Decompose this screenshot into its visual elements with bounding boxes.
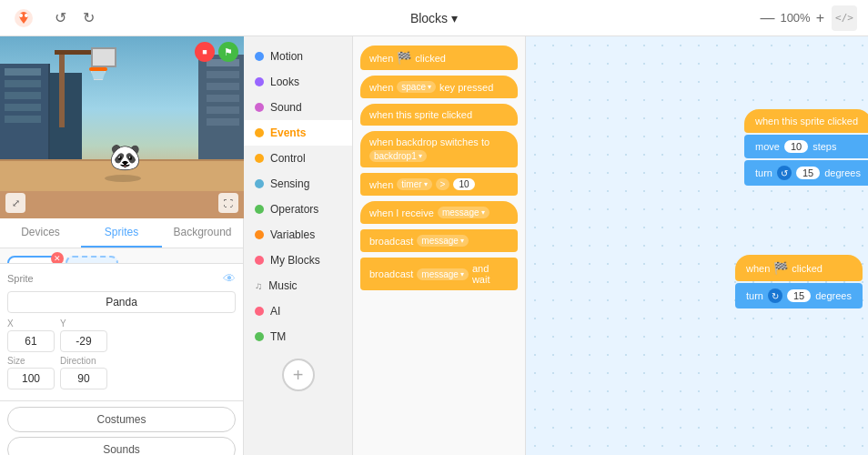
looks-label: Looks [270, 76, 299, 88]
main-area: 🐼 ■ ⚑ ⛶ ⤢ Devices Sprites Background [0, 36, 868, 455]
stage-panel: 🐼 ■ ⚑ ⛶ ⤢ Devices Sprites Background [0, 36, 244, 455]
sprites-list-panel: ✕ 🐼 Panda + [0, 248, 243, 263]
tab-devices[interactable]: Devices [0, 218, 81, 248]
toolbar: ↺ ↻ Blocks ▾ — 100% + </> [0, 0, 868, 36]
tm-label: TM [270, 330, 286, 343]
category-control[interactable]: Control [244, 146, 352, 171]
tab-sprites[interactable]: Sprites [81, 218, 162, 248]
control-dot [255, 154, 264, 163]
category-ai[interactable]: AI [244, 298, 352, 324]
motion-dot [255, 52, 264, 61]
block-when-flag-clicked[interactable]: when 🏁 clicked [360, 46, 518, 70]
music-note-icon: ♫ [255, 280, 262, 291]
zoom-controls: — 100% + [760, 10, 824, 26]
toolbar-center: Blocks ▾ [403, 7, 465, 29]
category-sensing[interactable]: Sensing [244, 171, 352, 197]
category-operators[interactable]: Operators [244, 197, 352, 222]
ai-label: AI [270, 305, 280, 318]
sound-label: Sound [270, 101, 302, 114]
undo-redo-group: ↺ ↻ [49, 7, 100, 28]
sprite-properties: Sprite 👁 X Y Size [0, 263, 243, 400]
script-stack-2: when 🏁 clicked turn ↻ 15 degrees [735, 255, 863, 308]
green-flag-button[interactable]: ⚑ [218, 42, 238, 62]
toolbar-right: — 100% + </> [760, 5, 857, 31]
x-field: X [7, 318, 55, 352]
visibility-toggle[interactable]: 👁 [223, 271, 236, 286]
ai-dot [255, 307, 264, 316]
block-when-sprite-clicked[interactable]: when this sprite clicked [360, 104, 518, 126]
stop-button[interactable]: ■ [195, 42, 215, 62]
size-input[interactable] [7, 368, 55, 389]
category-variables[interactable]: Variables [244, 222, 352, 248]
block-broadcast[interactable]: broadcast message ▾ [360, 229, 518, 252]
undo-button[interactable]: ↺ [49, 7, 72, 28]
y-label: Y [60, 318, 107, 329]
myblocks-dot [255, 256, 264, 265]
category-events[interactable]: Events [244, 120, 352, 146]
category-music[interactable]: ♫ Music [244, 273, 352, 298]
operators-dot [255, 205, 264, 214]
y-input[interactable] [60, 330, 107, 352]
control-label: Control [270, 152, 306, 165]
sound-dot [255, 103, 264, 112]
sprite-label: Sprite [7, 273, 34, 284]
expand-button[interactable]: ⤢ [5, 193, 25, 213]
size-label: Size [7, 356, 55, 366]
direction-label: Direction [60, 356, 107, 366]
add-block-button[interactable]: + [282, 359, 315, 391]
sounds-button[interactable]: Sounds [7, 437, 236, 455]
category-motion[interactable]: Motion [244, 44, 352, 69]
fullscreen-button[interactable]: ⛶ [218, 193, 238, 213]
myblocks-label: My Blocks [270, 254, 320, 267]
sprite-delete-button[interactable]: ✕ [51, 252, 64, 263]
sprite-props-header: Sprite 👁 [7, 271, 236, 286]
zoom-out-button[interactable]: — [760, 10, 774, 26]
block-when-backdrop-switches[interactable]: when backdrop switches to backdrop1 ▾ [360, 131, 518, 167]
sprite-xy-row: X Y [7, 318, 236, 352]
x-label: X [7, 318, 55, 329]
code-view-button[interactable]: </> [832, 5, 857, 31]
block-broadcast-wait[interactable]: broadcast message ▾ and wait [360, 258, 518, 290]
blocks-mode-dropdown[interactable]: Blocks ▾ [403, 7, 465, 29]
sprite-item-panda[interactable]: ✕ 🐼 Panda [7, 256, 60, 263]
looks-dot [255, 77, 264, 86]
variables-dot [255, 230, 264, 239]
x-input[interactable] [7, 330, 55, 352]
sprite-name-input[interactable] [7, 291, 236, 313]
stage-controls: ■ ⚑ [195, 42, 238, 62]
add-sprite-button[interactable]: + [66, 256, 118, 263]
block-turn-degrees-1[interactable]: turn ↺ 15 degrees [744, 160, 868, 186]
tab-background[interactable]: Background [162, 218, 243, 248]
block-turn-degrees-2[interactable]: turn ↻ 15 degrees [735, 283, 863, 308]
category-myblocks[interactable]: My Blocks [244, 248, 352, 273]
costumes-button[interactable]: Costumes [7, 407, 236, 432]
category-looks[interactable]: Looks [244, 69, 352, 95]
app-logo [11, 5, 36, 31]
direction-input[interactable] [60, 368, 107, 389]
category-sound[interactable]: Sound [244, 95, 352, 120]
script-workspace[interactable]: when this sprite clicked move 10 steps t… [526, 36, 868, 455]
stage-canvas: 🐼 ■ ⚑ ⛶ ⤢ [0, 36, 244, 218]
block-when-receive[interactable]: when I receive message ▾ [360, 201, 518, 224]
sprite-bottom-buttons: Costumes Sounds [0, 400, 243, 455]
events-label: Events [270, 126, 306, 139]
operators-label: Operators [270, 203, 318, 216]
block-when-key-pressed[interactable]: when space ▾ key pressed [360, 76, 518, 98]
y-field: Y [60, 318, 107, 352]
category-tm[interactable]: TM [244, 324, 352, 349]
redo-button[interactable]: ↻ [77, 7, 100, 28]
block-hat-flag-clicked[interactable]: when 🏁 clicked [735, 255, 863, 281]
variables-label: Variables [270, 228, 315, 241]
block-when-timer[interactable]: when timer ▾ > 10 [360, 173, 518, 196]
zoom-level: 100% [780, 11, 810, 25]
script-stack-1: when this sprite clicked move 10 steps t… [744, 109, 868, 186]
zoom-in-button[interactable]: + [816, 10, 824, 26]
block-move-steps[interactable]: move 10 steps [744, 135, 868, 158]
block-hat-sprite-clicked[interactable]: when this sprite clicked [744, 109, 868, 133]
size-field: Size [7, 356, 55, 389]
music-label: Music [268, 279, 297, 292]
motion-label: Motion [270, 50, 303, 63]
svg-point-1 [19, 14, 23, 17]
sensing-label: Sensing [270, 177, 309, 190]
sprite-list: ✕ 🐼 Panda + [7, 256, 236, 263]
